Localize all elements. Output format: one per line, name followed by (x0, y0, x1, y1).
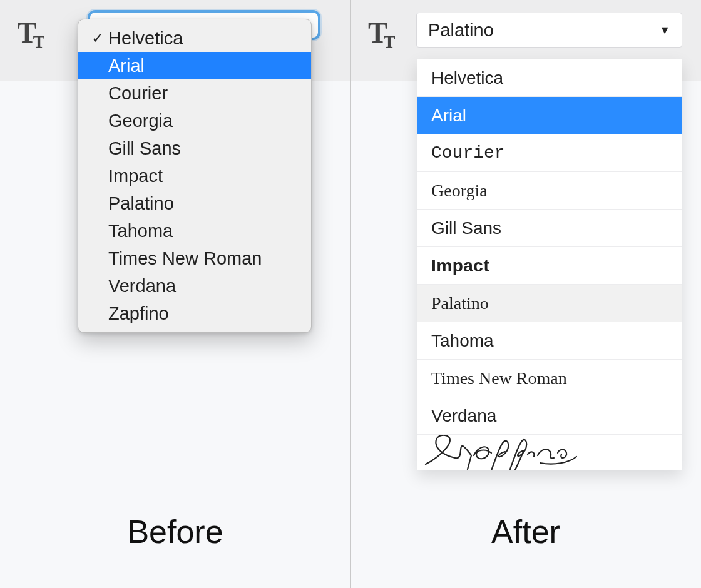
before-font-option-label: Gill Sans (108, 138, 181, 159)
before-font-option-label: Impact (108, 166, 163, 186)
before-font-option[interactable]: Arial (78, 52, 311, 79)
before-font-option-label: Palatino (108, 193, 174, 214)
after-font-option[interactable]: Helvetica (417, 59, 682, 97)
before-font-menu[interactable]: ✓HelveticaArialCourierGeorgiaGill SansIm… (78, 19, 312, 333)
font-size-icon: TT (18, 19, 48, 48)
after-font-option[interactable]: Arial (417, 97, 682, 134)
before-font-option-label: Courier (108, 83, 168, 104)
after-pane: TT Palatino ▼ HelveticaArialCourierGeorg… (350, 0, 701, 588)
before-pane: TT ✓HelveticaArialCourierGeorgiaGill San… (0, 0, 350, 588)
before-font-option-label: Helvetica (108, 28, 183, 49)
before-font-option[interactable]: Tahoma (78, 217, 311, 245)
after-font-select-label: Palatino (428, 20, 494, 41)
before-font-option[interactable]: Impact (78, 162, 311, 190)
before-caption: Before (0, 513, 350, 550)
after-font-option-label: Times New Roman (431, 368, 567, 388)
before-font-option[interactable]: Palatino (78, 190, 311, 217)
chevron-down-icon: ▼ (659, 24, 670, 37)
before-font-option-label: Zapfino (108, 303, 169, 324)
before-font-option[interactable]: ✓Helvetica (78, 24, 311, 52)
after-font-option[interactable]: Impact (417, 247, 682, 285)
after-font-option-label: Tahoma (431, 331, 494, 351)
before-font-option-label: Verdana (108, 276, 176, 297)
after-font-option[interactable]: Palatino (417, 285, 682, 322)
before-font-option[interactable]: Courier (78, 79, 311, 107)
before-font-option-label: Georgia (108, 111, 173, 131)
after-font-option[interactable]: Georgia (417, 172, 682, 210)
after-font-option-label: Verdana (431, 406, 496, 426)
after-font-list[interactable]: HelveticaArialCourierGeorgiaGill SansImp… (417, 59, 682, 470)
before-font-option-label: Arial (108, 56, 145, 76)
after-font-option[interactable]: Times New Roman (417, 360, 682, 397)
pane-divider (350, 0, 351, 588)
after-font-option[interactable]: Gill Sans (417, 210, 682, 247)
font-size-icon: TT (368, 19, 399, 48)
check-icon: ✓ (87, 29, 108, 47)
zapfino-svg (422, 435, 579, 470)
before-font-option[interactable]: Georgia (78, 107, 311, 134)
before-font-option[interactable]: Verdana (78, 272, 311, 300)
before-font-option-label: Times New Roman (108, 248, 262, 269)
after-font-option-label: Georgia (431, 181, 488, 201)
after-font-option-label: Impact (431, 256, 489, 276)
after-font-option[interactable] (417, 435, 682, 470)
after-font-option-label: Helvetica (431, 68, 503, 88)
before-font-option-label: Tahoma (108, 221, 173, 241)
after-font-option-label: Courier (431, 143, 505, 163)
after-font-option[interactable]: Courier (417, 134, 682, 172)
before-font-option[interactable]: Zapfino (78, 300, 311, 327)
after-caption: After (350, 513, 701, 550)
after-font-select[interactable]: Palatino ▼ (416, 13, 682, 48)
before-font-option[interactable]: Times New Roman (78, 245, 311, 272)
after-font-option[interactable]: Verdana (417, 397, 682, 435)
after-font-option-label: Palatino (431, 293, 489, 313)
before-font-option[interactable]: Gill Sans (78, 134, 311, 162)
after-font-option-label: Gill Sans (431, 218, 501, 238)
after-font-option-label: Arial (431, 106, 466, 126)
after-font-option[interactable]: Tahoma (417, 322, 682, 360)
